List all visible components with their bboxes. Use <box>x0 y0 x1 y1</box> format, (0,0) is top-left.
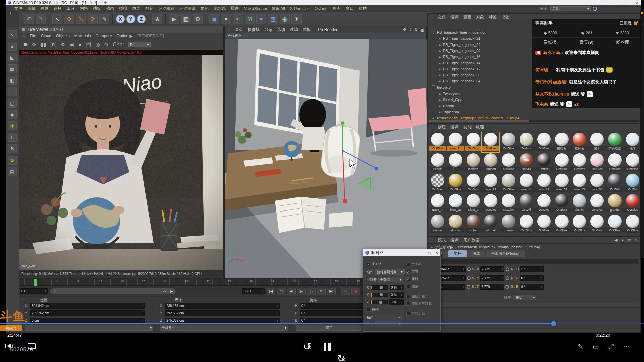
pin-icon[interactable]: ◎ <box>95 42 100 48</box>
object-row[interactable]: ▲Tapicerka <box>438 109 459 115</box>
step-forward-button[interactable]: ▷ <box>307 288 316 295</box>
material-swatch[interactable]: OctGlos <box>624 153 641 172</box>
timeline-playhead[interactable] <box>34 279 37 286</box>
refresh-icon[interactable]: ⟳ <box>32 42 37 48</box>
search-icon[interactable] <box>593 7 597 11</box>
interface-preset-dropdown[interactable]: 启动▾ <box>550 6 591 11</box>
back-arrow-icon[interactable]: ← <box>8 7 15 16</box>
material-swatch[interactable]: OctGlos <box>624 194 641 213</box>
chat-tab-贡献榜[interactable]: 贡献榜 <box>543 39 556 45</box>
forward-30-button[interactable]: ↺30 <box>337 354 351 362</box>
checkbox-icon[interactable] <box>406 302 410 306</box>
zoom-icon[interactable]: ↕ <box>409 27 411 32</box>
list-icon[interactable]: ▤ <box>628 238 631 242</box>
play-button[interactable]: ▶ <box>297 288 306 295</box>
object-row[interactable]: 0file.obj.5 <box>432 84 451 90</box>
checkbox-icon[interactable] <box>406 295 410 298</box>
select-arrow-icon[interactable]: ↖ <box>8 30 17 39</box>
material-swatch[interactable]: OctDiff <box>535 153 553 172</box>
om-menu-对象[interactable]: 对象 <box>476 14 484 20</box>
rotation-field[interactable]: 0 °↕ <box>520 266 544 272</box>
material-swatch[interactable]: 档目毛 <box>429 153 446 172</box>
s-tool-icon[interactable]: S <box>8 144 17 153</box>
material-swatch[interactable]: wire_02 <box>553 173 571 193</box>
last-tool-icon[interactable]: ✎ <box>99 14 109 24</box>
frame-range-slider[interactable]: 0 F72 F ▶ <box>50 288 176 294</box>
dialog-maximize-button[interactable]: □ <box>428 251 431 255</box>
wrench-tool-icon[interactable]: ⚙ <box>8 156 17 165</box>
render-region-icon[interactable]: ▦ <box>181 14 191 24</box>
array-icon[interactable]: ▦ <box>268 14 278 24</box>
back-icon[interactable]: ◀ <box>614 238 617 242</box>
material-swatch[interactable]: rubber <box>465 214 482 234</box>
transform-section[interactable]: 变换 <box>430 303 639 308</box>
material-swatch[interactable]: wire_08 <box>588 173 606 193</box>
layers-icon[interactable]: ▤ <box>8 167 17 176</box>
checkbox-checked-icon[interactable]: ✓ <box>406 270 410 274</box>
material-swatch[interactable]: blue_ca <box>447 194 464 213</box>
material-swatch[interactable]: OctGlos <box>429 132 446 152</box>
axis-slider[interactable] <box>370 300 388 304</box>
menu-运动图形[interactable]: 运动图形 <box>179 6 196 11</box>
enable-axis-icon[interactable]: ✚ <box>8 121 17 130</box>
lv-menu-Materials[interactable]: Materials <box>74 34 91 38</box>
goto-end-button[interactable]: ▶| <box>327 288 336 295</box>
material-swatch[interactable]: OctGlos <box>500 194 517 213</box>
material-swatch[interactable]: OctGlos <box>588 214 606 234</box>
material-swatch[interactable]: 主干 <box>447 153 464 172</box>
up-icon[interactable]: ▲ <box>621 238 624 242</box>
material-swatch[interactable]: granite <box>500 214 517 234</box>
object-row[interactable]: ▲PB_Tiger_bagpack_21 <box>438 35 480 41</box>
material-swatch[interactable]: OctGlos <box>518 214 535 234</box>
menu-3DtoAll[interactable]: 3DtoAll <box>272 6 285 11</box>
material-swatch[interactable]: 绝饰 <box>624 132 641 152</box>
am-menu-用户数据[interactable]: 用户数据 <box>463 237 479 243</box>
rotation-field[interactable]: 0 °↕ <box>520 284 544 290</box>
coord-field[interactable]: 275.359 cm↕ <box>165 318 280 323</box>
material-swatch[interactable]: wire_13 <box>571 173 588 193</box>
material-swatch[interactable]: OctGlos <box>500 153 517 172</box>
percent-field[interactable]: 0 %↕ <box>390 285 404 290</box>
menu-渲染[interactable]: 渲染 <box>132 6 140 11</box>
material-swatch[interactable]: alumini <box>447 214 464 234</box>
lv-menu-Cloud[interactable]: Cloud <box>41 34 51 38</box>
material-swatch[interactable]: OctGlos <box>535 214 553 234</box>
menu-创建[interactable]: 创建 <box>41 6 49 11</box>
pause-icon[interactable]: ▮▮ <box>41 42 46 48</box>
scale-field[interactable]: 7.779↕ <box>480 284 504 290</box>
material-swatch[interactable]: OctGlos <box>606 214 624 234</box>
lv-menu-Objects[interactable]: Objects <box>56 34 70 38</box>
restart-icon[interactable]: R <box>51 42 56 47</box>
om-menu-标签[interactable]: 标签 <box>489 14 497 20</box>
history-icon[interactable]: ⊕ <box>635 238 638 242</box>
menu-角色[interactable]: 角色 <box>201 6 209 11</box>
channel-dropdown[interactable]: DL▾ <box>128 42 151 47</box>
object-row[interactable]: 0PB_bagpack_tiger_model.obj <box>432 29 485 35</box>
video-progress-bar[interactable] <box>0 323 644 324</box>
material-swatch[interactable]: OctGlos <box>588 153 606 172</box>
checkbox-icon[interactable] <box>406 312 410 316</box>
material-swatch[interactable]: OctDiff <box>624 173 641 193</box>
lv-menu-Compare[interactable]: Compare <box>95 34 112 38</box>
l-tool-icon[interactable]: L <box>8 133 17 142</box>
material-swatch[interactable]: lambert <box>465 153 482 172</box>
theater-mode-icon[interactable]: ▭ <box>593 343 599 351</box>
settings-gear-icon[interactable]: ⚙ <box>61 42 65 48</box>
dialog-minimize-button[interactable]: — <box>420 251 424 255</box>
region-icon[interactable]: 回 <box>86 41 91 48</box>
material-swatch[interactable]: OctGlos <box>465 173 482 193</box>
mograph-icon[interactable]: M <box>245 14 255 24</box>
action-dropdown[interactable]: 轴对齐到对象▾ <box>375 269 405 275</box>
object-row[interactable]: ▲PB_Tiger_bagpack_00 <box>438 48 480 54</box>
object-row[interactable]: ▲Siedzi_Opa <box>438 97 462 103</box>
edges-mode-icon[interactable]: ▢ <box>8 99 17 108</box>
material-swatch[interactable]: all_met <box>482 214 499 234</box>
rotation-field[interactable]: 0 °↕ <box>520 275 544 281</box>
object-row[interactable]: ▲PB_Tiger_bagpack_29 <box>438 42 480 48</box>
mm-menu-创建[interactable]: 创建 <box>438 124 446 130</box>
menu-帮助[interactable]: 帮助 <box>359 6 367 11</box>
camera-icon[interactable]: ◉ <box>280 14 290 24</box>
coord-field[interactable]: 504.842 cm↕ <box>30 303 145 309</box>
menu-X-Particles[interactable]: X-Particles <box>290 6 310 11</box>
material-swatch[interactable]: 抱枕毛 <box>553 132 571 152</box>
